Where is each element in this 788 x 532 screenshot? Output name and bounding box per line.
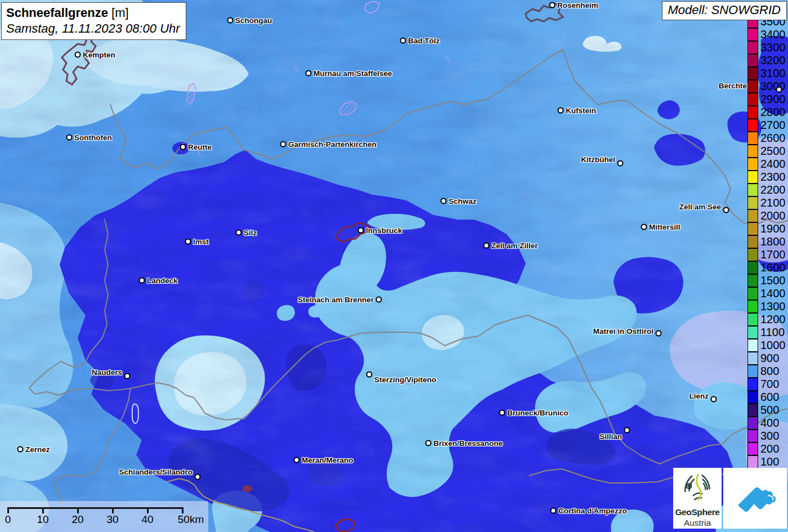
legend-swatch <box>747 119 758 132</box>
legend-value: 2300 <box>760 171 786 184</box>
legend-swatch <box>747 93 758 106</box>
geosphere-name: GeoSphere <box>673 507 722 517</box>
legend-entry: 1700 <box>747 248 786 261</box>
legend-swatch <box>747 41 758 54</box>
legend-value: 900 <box>760 352 779 365</box>
legend-swatch <box>747 274 758 287</box>
legend-swatch <box>747 261 758 274</box>
legend-entry: 1200 <box>747 313 786 326</box>
legend-entry: 2400 <box>747 158 786 171</box>
legend-value: 3400 <box>760 28 786 41</box>
legend-value: 3100 <box>760 67 786 80</box>
legend-value: 3300 <box>760 41 786 54</box>
legend-entry: 3000 <box>747 80 786 93</box>
legend-value: 400 <box>760 417 779 430</box>
scale-bar-tick <box>42 507 44 513</box>
legend-swatch <box>747 196 758 209</box>
scale-bar-label: 40 <box>141 513 153 526</box>
legend-value: 2000 <box>760 209 786 222</box>
legend-swatch <box>747 184 758 196</box>
legend-value: 2900 <box>760 93 786 106</box>
legend-value: 2400 <box>760 158 786 171</box>
legend-value: 2800 <box>760 106 786 119</box>
partner-logo-box <box>723 468 787 529</box>
legend-entry: 2800 <box>747 106 786 119</box>
legend-swatch <box>747 404 758 417</box>
legend-entry: 2000 <box>747 209 786 222</box>
legend-entry: 600 <box>747 391 786 404</box>
legend-value: 1000 <box>760 339 786 352</box>
legend-swatch <box>747 455 758 468</box>
legend-entry: 200 <box>747 442 786 455</box>
legend-value: 200 <box>760 442 779 455</box>
legend-entry: 3200 <box>747 54 786 67</box>
legend-value: 800 <box>760 365 779 378</box>
legend-value: 1100 <box>760 326 785 339</box>
legend-value: 3000 <box>760 80 786 93</box>
legend-swatch <box>747 28 758 41</box>
legend-value: 2200 <box>760 184 786 196</box>
legend-entry: 3400 <box>747 28 786 41</box>
legend-swatch <box>747 326 758 339</box>
legend-entry: 1600 <box>747 261 786 274</box>
legend-entry: 2600 <box>747 132 786 145</box>
scale-bar-label: 0 <box>5 513 11 526</box>
legend-value: 300 <box>760 430 779 442</box>
legend-value: 700 <box>760 378 779 391</box>
legend-value: 1900 <box>760 222 786 235</box>
legend-swatch <box>747 300 758 313</box>
legend-value: 2100 <box>760 196 786 209</box>
legend-entry: 2500 <box>747 145 786 158</box>
legend-entry: 2300 <box>747 171 786 184</box>
scale-bar-tick <box>182 507 183 513</box>
legend-swatch <box>747 171 758 184</box>
legend-value: 600 <box>760 391 779 404</box>
legend-swatch <box>747 430 758 442</box>
map-title: Schneefallgrenze <box>6 6 108 20</box>
legend-entry: 700 <box>747 378 786 391</box>
legend-entry: 100 <box>747 455 786 468</box>
legend-swatch <box>747 248 758 261</box>
scale-bar-tick <box>7 507 9 513</box>
legend-swatch <box>747 391 758 404</box>
scale-bar-tick <box>77 507 79 513</box>
legend-swatch <box>747 352 758 365</box>
legend-value: 1600 <box>760 261 786 274</box>
legend-entry: 800 <box>747 365 786 378</box>
scale-bar-label: 50km <box>178 513 204 526</box>
legend-value: 100 <box>760 455 779 468</box>
legend-value: 2500 <box>760 145 786 158</box>
legend-entry: 2200 <box>747 184 786 196</box>
legend-value: 1300 <box>760 300 786 313</box>
legend-value: 1700 <box>760 248 786 261</box>
legend-swatch <box>747 145 758 158</box>
model-box: Modell: SNOWGRID <box>662 1 787 20</box>
legend-swatch <box>747 339 758 352</box>
legend-entry: 300 <box>747 430 786 442</box>
map-title-line: Schneefallgrenze [m] <box>6 5 180 21</box>
legend-swatch <box>747 132 758 145</box>
legend-entry: 1900 <box>747 222 786 235</box>
legend-swatch <box>747 235 758 248</box>
map-canvas <box>0 0 788 532</box>
scale-bar-label: 10 <box>37 513 48 526</box>
legend-value: 3200 <box>760 54 786 67</box>
snowfall-limit-map: 3500340033003200310030002900280027002600… <box>0 0 788 532</box>
legend-entry: 1300 <box>747 300 786 313</box>
legend-swatch <box>747 222 758 235</box>
legend-swatch <box>747 54 758 67</box>
legend-entry: 1100 <box>747 326 786 339</box>
legend-swatch <box>747 67 758 80</box>
legend-entry: 1500 <box>747 274 786 287</box>
legend-swatch <box>747 365 758 378</box>
legend-swatch <box>747 106 758 119</box>
legend-value: 2700 <box>760 119 786 132</box>
legend-value: 1200 <box>760 313 786 326</box>
legend-swatch <box>747 417 758 430</box>
map-datetime: Samstag, 11.11.2023 08:00 Uhr <box>6 21 180 37</box>
legend-swatch <box>747 313 758 326</box>
scale-bar-line <box>7 507 182 509</box>
legend-swatch <box>747 158 758 171</box>
legend-entry: 400 <box>747 417 786 430</box>
scale-bar-tick <box>147 507 149 513</box>
